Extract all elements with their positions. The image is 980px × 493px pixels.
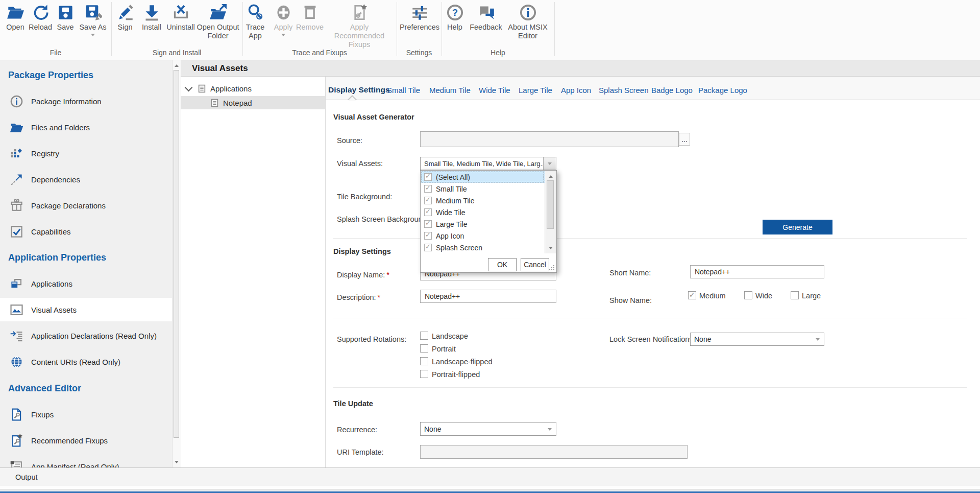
open-button[interactable]: Open bbox=[4, 4, 27, 32]
tab-large-tile[interactable]: Large Tile bbox=[519, 86, 552, 95]
visual-assets-combobox[interactable]: Small Tile, Medium Tile, Wide Tile, Larg… bbox=[420, 157, 556, 170]
save-as-button[interactable]: Save As bbox=[78, 4, 108, 38]
remove-button[interactable]: Remove bbox=[296, 4, 324, 32]
sidebar-item-applications[interactable]: Applications bbox=[0, 272, 172, 295]
trace-app-button[interactable]: Trace App bbox=[243, 4, 267, 40]
sidebar-item-label: Package Information bbox=[31, 97, 102, 106]
rotation-portrait-flipped-checkbox[interactable] bbox=[420, 370, 428, 378]
tab-display-settings[interactable]: Display Settings bbox=[328, 85, 390, 95]
sidebar-item-fixups[interactable]: Fixups bbox=[0, 403, 172, 426]
dropdown-option-select-all[interactable]: (Select All) bbox=[421, 171, 545, 183]
dropdown-button[interactable] bbox=[543, 157, 556, 170]
scrollbar-thumb[interactable] bbox=[547, 180, 554, 229]
show-name-large-checkbox[interactable] bbox=[791, 291, 799, 299]
sidebar-item-app-manifest[interactable]: App Manifest (Read Only) bbox=[0, 455, 172, 467]
tree-node-notepad[interactable]: Notepad bbox=[181, 96, 325, 109]
scroll-up-button[interactable] bbox=[545, 171, 556, 180]
sidebar-item-package-declarations[interactable]: Package Declarations bbox=[0, 194, 172, 217]
option-label: (Select All) bbox=[436, 173, 470, 181]
sidebar-item-label: Package Declarations bbox=[31, 201, 106, 210]
apply-button[interactable]: Apply bbox=[270, 4, 297, 38]
sidebar-item-application-declarations[interactable]: Application Declarations (Read Only) bbox=[0, 324, 172, 347]
tab-package-logo[interactable]: Package Logo bbox=[698, 86, 747, 95]
checkbox[interactable] bbox=[424, 208, 432, 216]
sign-button[interactable]: Sign bbox=[113, 4, 137, 32]
help-button[interactable]: ? Help bbox=[443, 4, 467, 32]
tab-medium-tile[interactable]: Medium Tile bbox=[429, 86, 471, 95]
fixups-page-star-icon bbox=[10, 434, 23, 448]
chevron-expanded-icon[interactable] bbox=[185, 83, 193, 91]
tab-splash-screen[interactable]: Splash Screen bbox=[599, 86, 649, 95]
open-output-folder-button[interactable]: Open Output Folder bbox=[194, 4, 241, 40]
sidebar-item-visual-assets[interactable]: Visual Assets bbox=[0, 298, 172, 321]
feedback-button[interactable]: Feedback bbox=[468, 4, 504, 32]
sidebar-scrollbar[interactable] bbox=[172, 60, 181, 467]
scroll-up-button[interactable] bbox=[173, 60, 181, 69]
button-label: Help bbox=[447, 23, 462, 32]
sidebar-item-package-information[interactable]: Package Information bbox=[0, 89, 172, 113]
dropdown-option-wide-tile[interactable]: Wide Tile bbox=[421, 206, 545, 218]
sidebar-item-dependencies[interactable]: Dependencies bbox=[0, 168, 172, 191]
resize-grip[interactable] bbox=[549, 265, 555, 271]
cancel-button[interactable]: Cancel bbox=[521, 258, 549, 271]
about-msix-editor-button[interactable]: About MSIX Editor bbox=[504, 4, 551, 40]
scroll-down-button[interactable] bbox=[173, 459, 181, 467]
generate-button[interactable]: Generate bbox=[763, 220, 832, 234]
tab-small-tile[interactable]: Small Tile bbox=[387, 86, 420, 95]
reload-button[interactable]: Reload bbox=[28, 4, 53, 32]
checkbox[interactable] bbox=[424, 220, 432, 228]
uninstall-button[interactable]: Uninstall bbox=[166, 4, 195, 32]
visual-assets-dropdown-popup: (Select All) Small Tile Medium Tile Wide… bbox=[420, 170, 557, 273]
tree-node-applications[interactable]: Applications bbox=[181, 82, 325, 95]
rotation-landscape-flipped-checkbox[interactable] bbox=[420, 357, 428, 365]
caret-down-icon bbox=[548, 162, 552, 167]
dropdown-option-large-tile[interactable]: Large Tile bbox=[421, 218, 545, 230]
short-name-input[interactable]: Notepad++ bbox=[690, 265, 824, 278]
scroll-down-button[interactable] bbox=[545, 245, 556, 253]
tab-wide-tile[interactable]: Wide Tile bbox=[479, 86, 510, 95]
sidebar-item-files-and-folders[interactable]: Files and Folders bbox=[0, 115, 172, 139]
scrollbar-thumb[interactable] bbox=[174, 70, 179, 438]
checkbox[interactable] bbox=[424, 232, 432, 240]
uninstall-icon bbox=[172, 4, 190, 21]
combobox-value: None bbox=[694, 335, 711, 343]
output-label: Output bbox=[15, 473, 38, 481]
page-title: Visual Assets bbox=[192, 63, 248, 74]
recurrence-combobox[interactable]: None bbox=[420, 422, 556, 436]
checkbox[interactable] bbox=[424, 244, 432, 251]
show-name-medium-checkbox[interactable] bbox=[688, 291, 696, 299]
apply-recommended-fixups-button[interactable]: Apply Recommended Fixups bbox=[325, 4, 394, 49]
tab-app-icon[interactable]: App Icon bbox=[561, 86, 591, 95]
rotation-portrait-checkbox[interactable] bbox=[420, 344, 428, 353]
lock-screen-notifications-combobox[interactable]: None bbox=[690, 333, 824, 346]
checkbox[interactable] bbox=[424, 173, 432, 181]
description-input[interactable]: Notepad++ bbox=[420, 290, 556, 303]
uri-template-input[interactable] bbox=[420, 445, 688, 459]
sliders-icon bbox=[411, 4, 429, 21]
output-panel-bar[interactable]: Output bbox=[0, 467, 980, 486]
show-name-wide-checkbox[interactable] bbox=[744, 291, 752, 299]
dropdown-option-app-icon[interactable]: App Icon bbox=[421, 230, 545, 242]
button-label: Apply bbox=[274, 23, 292, 32]
checkbox[interactable] bbox=[424, 185, 432, 193]
help-icon: ? bbox=[446, 4, 464, 21]
sidebar-item-recommended-fixups[interactable]: Recommended Fixups bbox=[0, 429, 172, 452]
sidebar-item-capabilities[interactable]: Capabilities bbox=[0, 220, 172, 243]
save-button[interactable]: Save bbox=[54, 4, 77, 32]
preferences-button[interactable]: Preferences bbox=[398, 4, 441, 32]
option-label: Splash Screen bbox=[436, 244, 482, 252]
dropdown-option-medium-tile[interactable]: Medium Tile bbox=[421, 195, 545, 206]
checkbox[interactable] bbox=[424, 197, 432, 204]
install-button[interactable]: Install bbox=[138, 4, 165, 32]
panel-divider bbox=[325, 77, 326, 467]
sidebar-item-registry[interactable]: Registry bbox=[0, 142, 172, 165]
dropdown-option-splash-screen[interactable]: Splash Screen bbox=[421, 242, 545, 253]
dropdown-scrollbar[interactable] bbox=[545, 171, 556, 253]
dropdown-option-small-tile[interactable]: Small Tile bbox=[421, 183, 545, 195]
browse-button[interactable]: ... bbox=[679, 133, 690, 146]
rotation-landscape-checkbox[interactable] bbox=[420, 332, 428, 340]
ok-button[interactable]: OK bbox=[488, 258, 517, 271]
sidebar-item-content-uris[interactable]: Content URIs (Read Only) bbox=[0, 350, 172, 373]
source-input[interactable] bbox=[420, 131, 679, 147]
tab-badge-logo[interactable]: Badge Logo bbox=[651, 86, 693, 95]
